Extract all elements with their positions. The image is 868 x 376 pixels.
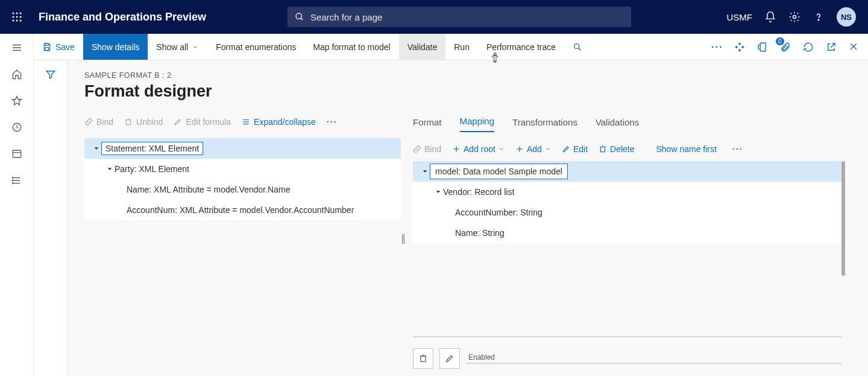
- caret-down-icon[interactable]: [420, 168, 430, 174]
- right-more-icon[interactable]: ···: [732, 144, 743, 154]
- svg-point-2: [20, 13, 22, 14]
- show-details-button[interactable]: Show details: [83, 34, 148, 60]
- bind-label: Bind: [96, 117, 113, 127]
- svg-point-1: [16, 13, 18, 14]
- svg-point-5: [20, 16, 22, 18]
- edit-formula-label: Edit formula: [186, 117, 231, 127]
- tree-row[interactable]: Name: String: [413, 223, 841, 243]
- tree-row[interactable]: Statement: XML Element: [84, 138, 401, 159]
- show-name-first-button[interactable]: Show name first: [656, 144, 716, 154]
- validate-label: Validate: [407, 42, 438, 52]
- caret-down-icon[interactable]: [105, 166, 115, 172]
- splitter-handle-icon[interactable]: ‖: [401, 232, 406, 244]
- path-input[interactable]: [413, 336, 841, 337]
- unbind-label: Unbind: [136, 117, 163, 127]
- caret-down-icon[interactable]: [433, 189, 443, 195]
- modules-icon[interactable]: [11, 175, 22, 186]
- delete-button[interactable]: Delete: [599, 144, 634, 154]
- filter-rail: [34, 60, 68, 376]
- svg-rect-17: [13, 150, 21, 158]
- tree-row[interactable]: model: Data model Sample model: [413, 161, 841, 182]
- enabled-input[interactable]: [466, 363, 841, 364]
- scrollbar[interactable]: [841, 161, 845, 243]
- tab-mapping[interactable]: Mapping: [460, 116, 495, 132]
- workspaces-icon[interactable]: [11, 148, 22, 159]
- left-more-icon[interactable]: ···: [327, 117, 338, 127]
- tab-transformations[interactable]: Transformations: [512, 117, 577, 132]
- home-icon[interactable]: [11, 69, 22, 80]
- save-button[interactable]: Save: [34, 34, 83, 60]
- search-input-wrap[interactable]: [288, 7, 631, 27]
- tab-validations[interactable]: Validations: [596, 117, 639, 132]
- search-input[interactable]: [310, 12, 624, 22]
- svg-point-12: [818, 19, 819, 21]
- tree-node-label: model: Data model Sample model: [430, 164, 568, 179]
- help-icon[interactable]: [813, 11, 825, 23]
- show-details-label: Show details: [92, 42, 139, 52]
- svg-rect-41: [421, 356, 426, 362]
- enabled-label: Enabled: [468, 353, 841, 362]
- edit-button[interactable]: Edit: [562, 144, 588, 154]
- svg-point-7: [16, 20, 18, 22]
- add-root-button[interactable]: Add root: [452, 144, 505, 154]
- app-title: Finance and Operations Preview: [39, 11, 206, 24]
- format-enum-label: Format enumerations: [216, 42, 296, 52]
- breadcrumb: SAMPLE FORMAT B : 2: [84, 71, 868, 80]
- right-tabs: Format Mapping Transformations Validatio…: [413, 112, 841, 132]
- run-button[interactable]: Run: [445, 34, 478, 60]
- hamburger-icon[interactable]: [11, 42, 22, 53]
- edit-prop-button[interactable]: [439, 348, 460, 369]
- unbind-button[interactable]: Unbind: [124, 117, 163, 127]
- find-button[interactable]: [564, 34, 591, 60]
- svg-point-6: [13, 20, 14, 22]
- gear-icon[interactable]: [788, 11, 800, 23]
- validate-button[interactable]: Validate: [399, 34, 446, 60]
- star-icon[interactable]: [11, 95, 22, 106]
- svg-rect-25: [45, 43, 48, 45]
- performance-trace-button[interactable]: Performance trace: [478, 34, 564, 60]
- expand-collapse-button[interactable]: Expand/collapse: [242, 117, 316, 127]
- show-all-button[interactable]: Show all: [148, 34, 207, 60]
- refresh-icon[interactable]: [803, 42, 814, 53]
- bell-icon[interactable]: [764, 11, 776, 23]
- legal-entity[interactable]: USMF: [727, 12, 753, 22]
- tree-row[interactable]: Name: XML Attribute = model.Vendor.Name: [84, 179, 401, 200]
- recent-icon[interactable]: [11, 122, 22, 133]
- tree-node-label: Name: String: [455, 228, 505, 238]
- office-icon[interactable]: [757, 42, 768, 53]
- format-enumerations-button[interactable]: Format enumerations: [207, 34, 304, 60]
- add-root-label: Add root: [464, 144, 495, 154]
- format-tree: Statement: XML Element Party: XML Elemen…: [84, 138, 401, 220]
- close-icon[interactable]: [849, 42, 860, 53]
- expand-collapse-label: Expand/collapse: [254, 117, 316, 127]
- bind-button[interactable]: Bind: [413, 144, 441, 154]
- user-avatar[interactable]: NS: [837, 7, 856, 27]
- tree-row[interactable]: Party: XML Element: [84, 159, 401, 179]
- tree-row[interactable]: AccountNum: XML Attribute = model.Vendor…: [84, 200, 401, 220]
- bind-button[interactable]: Bind: [84, 117, 113, 127]
- svg-rect-26: [45, 47, 48, 50]
- filter-icon[interactable]: [45, 69, 56, 376]
- map-format-button[interactable]: Map format to model: [304, 34, 398, 60]
- delete-prop-button[interactable]: [413, 348, 433, 369]
- caret-down-icon[interactable]: [92, 145, 101, 151]
- tree-node-label: Statement: XML Element: [101, 142, 203, 155]
- svg-point-0: [13, 13, 14, 14]
- more-icon[interactable]: ···: [711, 42, 722, 53]
- attachments-icon[interactable]: 0: [780, 42, 791, 53]
- add-label: Add: [527, 144, 542, 154]
- edit-formula-button[interactable]: Edit formula: [174, 117, 231, 127]
- grid-options-icon[interactable]: [734, 42, 745, 53]
- show-all-label: Show all: [156, 42, 188, 52]
- add-button[interactable]: Add: [515, 144, 551, 154]
- svg-rect-40: [601, 147, 605, 152]
- tree-row[interactable]: AccountNumber: String: [413, 202, 841, 223]
- waffle-icon[interactable]: [0, 11, 34, 22]
- tree-row[interactable]: Vendor: Record list: [413, 182, 841, 202]
- page-title: Format designer: [84, 82, 868, 101]
- delete-label: Delete: [610, 144, 634, 154]
- popout-icon[interactable]: [826, 42, 837, 53]
- save-label: Save: [55, 42, 75, 52]
- tab-format[interactable]: Format: [413, 117, 442, 132]
- svg-point-23: [12, 180, 13, 181]
